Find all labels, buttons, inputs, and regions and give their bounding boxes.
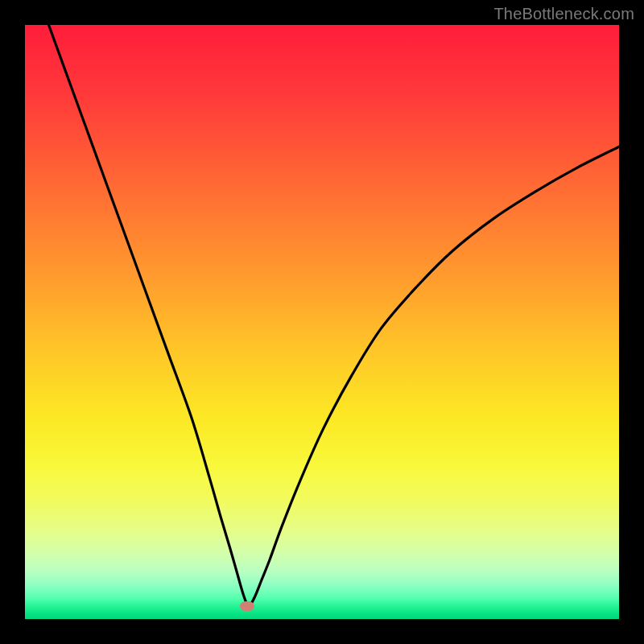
curve-svg [25,25,619,619]
plot-area [25,25,619,619]
watermark-text: TheBottleneck.com [493,5,634,23]
chart-frame: TheBottleneck.com [0,0,644,644]
optimum-marker [240,601,254,611]
bottleneck-curve [49,25,619,605]
